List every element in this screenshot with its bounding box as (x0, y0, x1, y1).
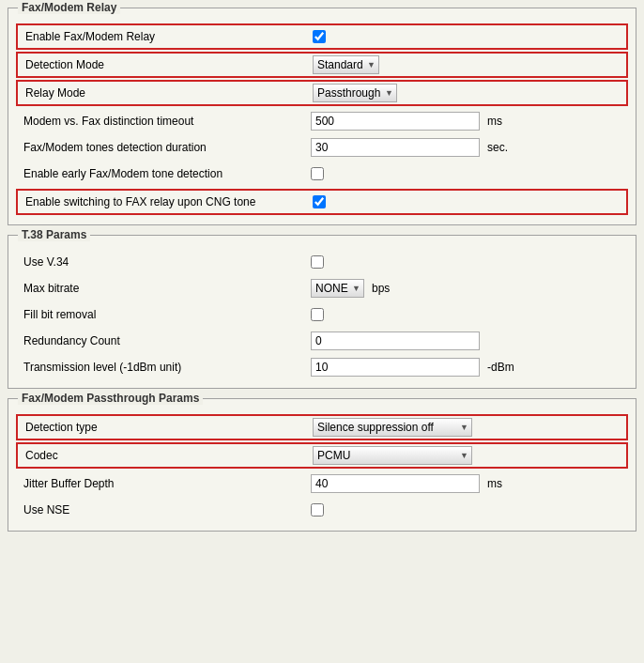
modem-fax-timeout-input[interactable] (311, 112, 480, 131)
relay-mode-control: Passthrough T.38 (313, 84, 397, 102)
codec-select-wrapper: PCMU PCMA G729 (313, 446, 472, 465)
t38-params-content: Use V.34 Max bitrate NONE 2400 4800 9600 (8, 236, 636, 388)
fax-modem-detection-row: Fax/Modem tones detection duration sec. (16, 134, 628, 161)
max-bitrate-label: Max bitrate (20, 282, 311, 295)
transmission-level-input[interactable] (311, 358, 480, 377)
detection-type-select[interactable]: Silence suppression off NSE No Detect (313, 418, 472, 437)
modem-fax-timeout-row: Modem vs. Fax distinction timeout ms (16, 108, 628, 134)
fax-modem-detection-control: sec. (311, 138, 508, 157)
codec-control: PCMU PCMA G729 (313, 446, 472, 465)
enable-fax-modem-relay-control (313, 30, 326, 43)
redundancy-count-control (311, 332, 480, 350)
transmission-level-control: -dBm (311, 358, 514, 377)
codec-row: Codec PCMU PCMA G729 (16, 442, 628, 469)
use-v34-row: Use V.34 (16, 249, 628, 275)
jitter-buffer-row: Jitter Buffer Depth ms (16, 470, 628, 497)
max-bitrate-select[interactable]: NONE 2400 4800 9600 14400 (311, 279, 364, 298)
enable-switching-cng-label: Enable switching to FAX relay upon CNG t… (22, 195, 313, 208)
fax-modem-relay-content: Enable Fax/Modem Relay Detection Mode St… (8, 8, 636, 224)
jitter-buffer-label: Jitter Buffer Depth (20, 477, 311, 490)
enable-switching-cng-checkbox[interactable] (313, 195, 326, 208)
codec-select[interactable]: PCMU PCMA G729 (313, 446, 472, 465)
fill-bit-removal-label: Fill bit removal (20, 308, 311, 321)
detection-type-control: Silence suppression off NSE No Detect (313, 418, 472, 437)
detection-mode-control: Standard Cisco Simple (313, 55, 379, 74)
use-nse-control (311, 503, 324, 517)
page: Fax/Modem Relay Enable Fax/Modem Relay D… (0, 0, 644, 663)
relay-mode-row: Relay Mode Passthrough T.38 (16, 80, 628, 106)
use-nse-label: Use NSE (20, 503, 311, 517)
max-bitrate-row: Max bitrate NONE 2400 4800 9600 14400 bp… (16, 275, 628, 301)
relay-mode-label: Relay Mode (22, 86, 313, 100)
fax-modem-relay-section: Fax/Modem Relay Enable Fax/Modem Relay D… (8, 8, 636, 225)
fax-modem-detection-input[interactable] (311, 138, 480, 157)
max-bitrate-select-wrapper: NONE 2400 4800 9600 14400 (311, 279, 364, 298)
detection-mode-label: Detection Mode (22, 58, 313, 71)
redundancy-count-label: Redundancy Count (20, 334, 311, 347)
passthrough-params-content: Detection type Silence suppression off N… (8, 399, 636, 531)
modem-fax-timeout-control: ms (311, 112, 502, 131)
early-detection-control (311, 167, 324, 180)
fax-modem-detection-unit: sec. (487, 141, 508, 154)
fax-modem-relay-title: Fax/Modem Relay (18, 1, 120, 14)
redundancy-count-input[interactable] (311, 332, 480, 350)
transmission-level-row: Transmission level (-1dBm unit) -dBm (16, 354, 628, 380)
enable-fax-modem-relay-row: Enable Fax/Modem Relay (16, 23, 628, 50)
use-v34-label: Use V.34 (20, 255, 311, 269)
transmission-level-label: Transmission level (-1dBm unit) (20, 361, 311, 374)
relay-mode-select-wrapper: Passthrough T.38 (313, 84, 397, 102)
fill-bit-removal-checkbox[interactable] (311, 308, 324, 321)
transmission-level-unit: -dBm (487, 361, 514, 374)
detection-type-select-wrapper: Silence suppression off NSE No Detect (313, 418, 472, 437)
detection-mode-select[interactable]: Standard Cisco Simple (313, 55, 379, 74)
early-detection-checkbox[interactable] (311, 167, 324, 180)
detection-type-row: Detection type Silence suppression off N… (16, 414, 628, 440)
detection-type-label: Detection type (22, 421, 313, 434)
enable-fax-modem-relay-checkbox[interactable] (313, 30, 326, 43)
relay-mode-select[interactable]: Passthrough T.38 (313, 84, 397, 102)
codec-label: Codec (22, 449, 313, 462)
t38-params-section: T.38 Params Use V.34 Max bitrate NONE 24… (8, 235, 636, 389)
t38-params-title: T.38 Params (18, 228, 90, 241)
use-nse-row: Use NSE (16, 497, 628, 523)
detection-mode-select-wrapper: Standard Cisco Simple (313, 55, 379, 74)
max-bitrate-unit: bps (372, 282, 390, 295)
fill-bit-removal-row: Fill bit removal (16, 301, 628, 328)
early-detection-row: Enable early Fax/Modem tone detection (16, 161, 628, 187)
early-detection-label: Enable early Fax/Modem tone detection (20, 167, 311, 180)
enable-fax-modem-relay-label: Enable Fax/Modem Relay (22, 30, 313, 43)
fax-modem-detection-label: Fax/Modem tones detection duration (20, 141, 311, 154)
fill-bit-removal-control (311, 308, 324, 321)
use-nse-checkbox[interactable] (311, 503, 324, 517)
jitter-buffer-input[interactable] (311, 474, 480, 493)
enable-switching-cng-control (313, 195, 326, 208)
use-v34-control (311, 255, 324, 269)
passthrough-params-title: Fax/Modem Passthrough Params (18, 392, 203, 405)
jitter-buffer-unit: ms (487, 477, 502, 490)
detection-mode-row: Detection Mode Standard Cisco Simple (16, 52, 628, 78)
passthrough-params-section: Fax/Modem Passthrough Params Detection t… (8, 398, 636, 532)
redundancy-count-row: Redundancy Count (16, 328, 628, 354)
jitter-buffer-control: ms (311, 474, 502, 493)
max-bitrate-control: NONE 2400 4800 9600 14400 bps (311, 279, 390, 298)
use-v34-checkbox[interactable] (311, 255, 324, 269)
modem-fax-timeout-label: Modem vs. Fax distinction timeout (20, 115, 311, 128)
modem-fax-timeout-unit: ms (487, 115, 502, 128)
enable-switching-cng-row: Enable switching to FAX relay upon CNG t… (16, 189, 628, 215)
